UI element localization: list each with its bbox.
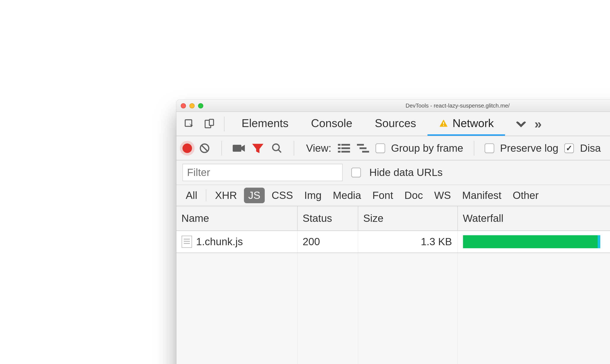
filter-icon[interactable]: [251, 142, 264, 155]
type-other[interactable]: Other: [508, 188, 543, 203]
device-toolbar-icon[interactable]: [200, 115, 218, 132]
status-code: 200: [303, 236, 320, 248]
svg-rect-4: [443, 125, 444, 126]
tab-label: Sources: [375, 117, 416, 130]
hide-data-urls-label: Hide data URLs: [369, 166, 443, 179]
tab-elements[interactable]: Elements: [230, 112, 300, 136]
cell-name[interactable]: 1.chunk.js: [176, 231, 298, 253]
tab-console[interactable]: Console: [299, 112, 363, 136]
hide-data-urls-checkbox[interactable]: [351, 168, 361, 177]
cell-size[interactable]: 1.3 KB: [358, 231, 458, 253]
type-all[interactable]: All: [182, 188, 202, 203]
type-font[interactable]: Font: [368, 188, 397, 203]
svg-point-10: [272, 144, 279, 150]
type-css[interactable]: CSS: [267, 188, 297, 203]
type-manifest[interactable]: Manifest: [458, 188, 506, 203]
record-button[interactable]: [182, 143, 192, 153]
type-js[interactable]: JS: [244, 188, 264, 203]
cell-waterfall[interactable]: [458, 231, 610, 253]
search-icon[interactable]: [270, 142, 283, 155]
separator: [206, 189, 206, 201]
titlebar[interactable]: DevTools - react-lazy-suspense.glitch.me…: [176, 100, 610, 112]
cell-status[interactable]: 200: [298, 231, 358, 253]
window-title: DevTools - react-lazy-suspense.glitch.me…: [176, 102, 610, 109]
tab-label: Console: [311, 117, 352, 130]
column-label: Size: [363, 212, 383, 224]
filter-row: Hide data URLs: [176, 160, 610, 185]
svg-rect-9: [233, 144, 241, 152]
inspect-element-icon[interactable]: [181, 115, 198, 132]
type-ws[interactable]: WS: [430, 188, 455, 203]
column-size[interactable]: Size: [358, 206, 458, 231]
requests-table: Name Status Size Waterfall 1.chunk.js 20…: [176, 206, 610, 253]
svg-rect-18: [359, 147, 366, 149]
camera-icon[interactable]: [232, 142, 245, 155]
svg-rect-3: [443, 122, 444, 124]
separator: [224, 117, 224, 131]
preserve-log-label: Preserve log: [500, 142, 558, 154]
waterfall-bar: [463, 235, 598, 248]
warning-icon: [439, 118, 448, 128]
overflow-tabs-icon[interactable]: »: [527, 117, 549, 131]
view-waterfall-icon[interactable]: [356, 142, 369, 155]
type-media[interactable]: Media: [328, 188, 365, 203]
filter-input[interactable]: [182, 164, 342, 181]
svg-rect-11: [338, 144, 340, 145]
view-label: View:: [306, 142, 331, 154]
column-waterfall[interactable]: Waterfall: [458, 206, 610, 231]
panel-tabs-row: Elements Console Sources Network »: [176, 112, 610, 136]
separator: [474, 141, 474, 155]
type-filter-row: All XHR JS CSS Img Media Font Doc WS Man…: [176, 185, 610, 206]
svg-rect-16: [341, 151, 350, 152]
column-label: Status: [303, 212, 332, 224]
column-status[interactable]: Status: [298, 206, 358, 231]
requests-empty-area: [176, 253, 610, 364]
tab-label: Elements: [242, 117, 288, 130]
panel-tabs: Elements Console Sources Network: [230, 112, 505, 136]
preserve-log-checkbox[interactable]: [484, 143, 494, 153]
svg-rect-12: [341, 144, 350, 145]
clear-icon[interactable]: [198, 142, 211, 155]
disable-cache-checkbox[interactable]: [564, 143, 574, 153]
svg-rect-15: [338, 151, 340, 152]
devtools-window: DevTools - react-lazy-suspense.glitch.me…: [176, 100, 610, 364]
tab-label: Network: [453, 117, 494, 130]
type-doc[interactable]: Doc: [400, 188, 427, 203]
disable-cache-label: Disa: [580, 142, 601, 154]
column-name[interactable]: Name: [176, 206, 298, 231]
js-file-icon: [182, 236, 192, 248]
request-name: 1.chunk.js: [196, 236, 243, 248]
svg-rect-17: [357, 144, 364, 145]
svg-rect-13: [338, 147, 340, 149]
group-by-frame-label: Group by frame: [391, 142, 463, 154]
svg-rect-2: [209, 119, 213, 125]
group-by-frame-checkbox[interactable]: [375, 143, 385, 153]
separator: [221, 141, 222, 155]
svg-rect-19: [362, 151, 369, 152]
column-label: Waterfall: [463, 212, 504, 224]
separator: [294, 141, 294, 155]
svg-rect-14: [341, 147, 350, 149]
tab-network[interactable]: Network: [427, 112, 505, 136]
size-value: 1.3 KB: [421, 236, 452, 248]
column-label: Name: [182, 212, 209, 224]
type-xhr[interactable]: XHR: [211, 188, 241, 203]
network-toolbar: View: Group by frame Preserve log Disa: [176, 136, 610, 160]
view-list-icon[interactable]: [337, 142, 350, 155]
type-img[interactable]: Img: [300, 188, 326, 203]
tab-sources[interactable]: Sources: [363, 112, 427, 136]
